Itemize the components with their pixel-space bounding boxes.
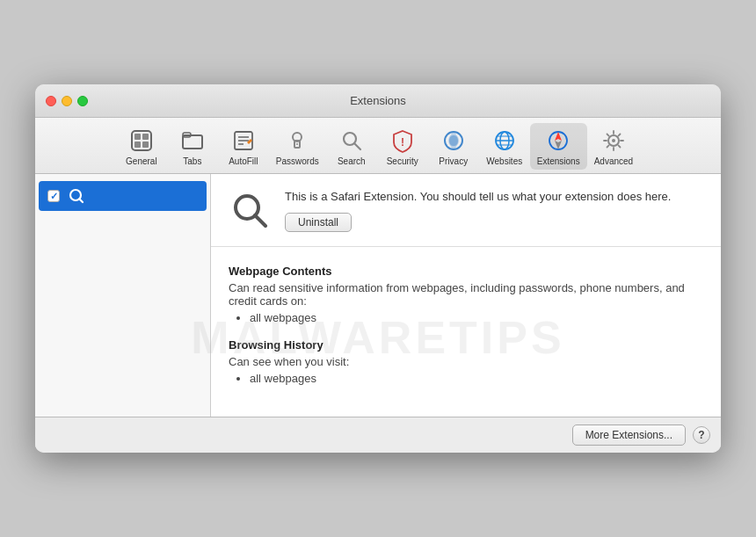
window-title: Extensions xyxy=(350,94,406,107)
bottom-bar: More Extensions... ? xyxy=(35,417,721,453)
passwords-label: Passwords xyxy=(276,156,319,166)
browsing-history-desc: Can see when you visit: xyxy=(229,355,703,368)
autofill-icon xyxy=(229,127,258,155)
toolbar: General Tabs xyxy=(35,118,721,174)
toolbar-item-passwords[interactable]: Passwords xyxy=(269,123,326,170)
svg-line-28 xyxy=(79,199,83,202)
advanced-label: Advanced xyxy=(594,156,633,166)
extension-header: This is a Safari Extension. You should t… xyxy=(211,174,721,247)
toolbar-item-websites[interactable]: Websites xyxy=(479,123,530,170)
title-bar: Extensions xyxy=(35,84,721,118)
svg-rect-2 xyxy=(142,134,149,140)
detail-panel: This is a Safari Extension. You should t… xyxy=(211,174,721,417)
websites-label: Websites xyxy=(486,156,522,166)
webpage-contents-item: all webpages xyxy=(250,311,703,324)
svg-line-15 xyxy=(354,143,360,149)
toolbar-item-tabs[interactable]: Tabs xyxy=(167,123,218,170)
webpage-contents-list: all webpages xyxy=(229,311,703,324)
minimize-button[interactable] xyxy=(62,96,72,106)
security-label: Security xyxy=(387,156,418,166)
webpage-contents-desc: Can read sensitive information from webp… xyxy=(229,281,703,308)
privacy-label: Privacy xyxy=(439,156,468,166)
security-icon: ! xyxy=(389,127,417,155)
passwords-icon xyxy=(283,127,311,155)
tabs-label: Tabs xyxy=(183,156,201,166)
websites-icon xyxy=(491,127,519,155)
maximize-button[interactable] xyxy=(77,96,88,106)
svg-line-30 xyxy=(255,215,265,226)
permission-section-webpage: Webpage Contents Can read sensitive info… xyxy=(229,265,703,324)
permission-section-browsing: Browsing History Can see when you visit:… xyxy=(229,338,703,385)
search-label: Search xyxy=(338,156,366,166)
svg-point-26 xyxy=(612,139,615,142)
help-button[interactable]: ? xyxy=(693,426,710,444)
autofill-label: AutoFill xyxy=(229,156,258,166)
general-icon xyxy=(127,127,156,155)
general-label: General xyxy=(126,156,157,166)
extension-description: This is a Safari Extension. You should t… xyxy=(285,188,703,206)
toolbar-item-privacy[interactable]: Privacy xyxy=(428,123,479,170)
browsing-history-item: all webpages xyxy=(250,372,703,385)
sidebar-item-search-ext[interactable]: ✓ xyxy=(39,181,207,211)
svg-rect-3 xyxy=(134,142,141,148)
advanced-icon xyxy=(600,127,628,155)
toolbar-item-extensions[interactable]: Extensions xyxy=(530,123,587,170)
browsing-history-list: all webpages xyxy=(229,372,703,385)
sidebar: ✓ xyxy=(35,174,211,417)
toolbar-item-search[interactable]: Search xyxy=(326,123,377,170)
toolbar-item-security[interactable]: ! Security xyxy=(377,123,428,170)
svg-rect-1 xyxy=(134,134,141,140)
toolbar-item-autofill[interactable]: AutoFill xyxy=(218,123,269,170)
webpage-contents-title: Webpage Contents xyxy=(229,265,703,278)
tabs-icon xyxy=(178,127,207,155)
extension-header-text: This is a Safari Extension. You should t… xyxy=(285,188,703,232)
extension-permissions: Webpage Contents Can read sensitive info… xyxy=(211,247,721,417)
svg-rect-4 xyxy=(142,142,149,148)
extensions-label: Extensions xyxy=(537,156,580,166)
extension-enabled-checkbox[interactable]: ✓ xyxy=(47,190,60,202)
privacy-icon xyxy=(440,127,468,155)
extension-big-icon xyxy=(229,189,271,231)
traffic-lights xyxy=(46,96,88,106)
close-button[interactable] xyxy=(46,96,56,106)
browsing-history-title: Browsing History xyxy=(229,338,703,352)
uninstall-button[interactable]: Uninstall xyxy=(285,213,352,232)
more-extensions-button[interactable]: More Extensions... xyxy=(572,425,686,446)
extensions-icon xyxy=(544,127,572,155)
sidebar-ext-icon xyxy=(67,186,86,206)
toolbar-item-general[interactable]: General xyxy=(116,123,167,170)
checkmark-icon: ✓ xyxy=(50,192,58,201)
toolbar-item-advanced[interactable]: Advanced xyxy=(587,123,640,170)
svg-text:!: ! xyxy=(401,136,404,149)
content-wrapper: ✓ T xyxy=(35,174,721,417)
search-toolbar-icon xyxy=(338,127,366,155)
